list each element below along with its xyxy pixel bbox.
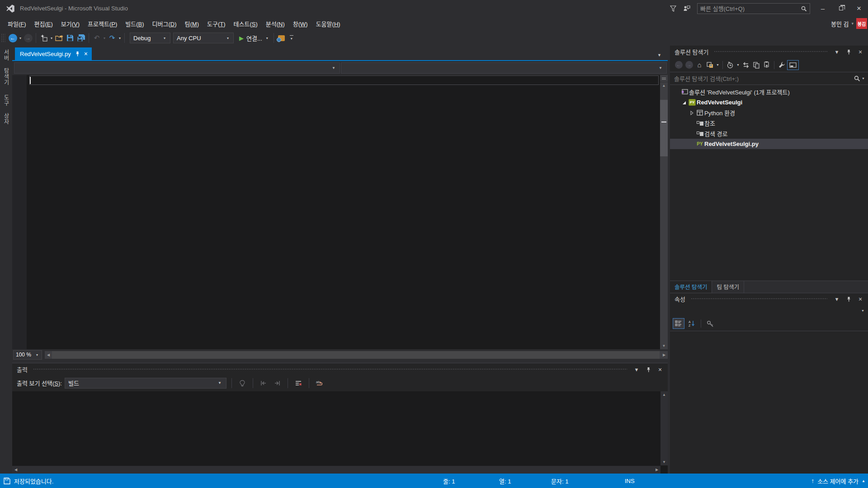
search-icon[interactable] (853, 75, 861, 82)
window-position-dropdown[interactable]: ▼ (632, 367, 641, 372)
tree-item-python-environments[interactable]: Python 환경 (670, 108, 868, 118)
menu-item-10[interactable]: 창(W) (289, 18, 312, 30)
output-vertical-scrollbar[interactable]: ▲ ▼ (660, 391, 668, 465)
pin-icon[interactable] (844, 49, 853, 55)
tool-window-tab-0[interactable]: 서버 탐색기 (2, 49, 10, 85)
tree-item-solution[interactable]: 솔루션 'RedVelvetSeulgi' (1개 프로젝트) (670, 87, 868, 97)
scrollbar-thumb[interactable] (52, 351, 660, 359)
alphabetical-sort-button[interactable]: AZ (686, 318, 697, 329)
sync-with-active-document-button[interactable] (741, 60, 751, 70)
editor-vertical-scrollbar[interactable]: ▲ ▼ (660, 75, 668, 349)
toolbar-overflow-button[interactable]: ▾ (287, 35, 296, 41)
solution-explorer-search[interactable]: 솔루션 탐색기 검색(Ctrl+;) ▼ (670, 72, 868, 85)
output-source-combo[interactable]: 빌드 ▼ (65, 378, 226, 389)
toggle-word-wrap-button[interactable]: ab (314, 378, 325, 389)
menu-item-8[interactable]: 테스트(S) (230, 18, 262, 30)
goto-message-source-button[interactable] (237, 378, 248, 389)
user-menu-caret-icon[interactable]: ▾ (851, 21, 854, 26)
categorized-button[interactable] (673, 318, 684, 329)
pending-changes-filter-button[interactable] (725, 60, 735, 70)
menu-item-3[interactable]: 프로젝트(P) (84, 18, 121, 30)
expander-expanded-icon[interactable] (680, 100, 688, 105)
menu-item-11[interactable]: 도움말(H) (312, 18, 344, 30)
properties-wrench-button[interactable] (777, 60, 787, 70)
restore-button[interactable] (832, 2, 850, 15)
send-feedback-icon[interactable] (680, 3, 693, 14)
output-content[interactable]: ▲ ▼ ◀ ▶ (12, 391, 668, 474)
property-pages-key-button[interactable] (705, 318, 716, 329)
attach-to-process-button[interactable] (276, 32, 287, 44)
feedback-funnel-icon[interactable] (666, 3, 680, 14)
properties-object-combo[interactable]: ▼ (670, 305, 868, 316)
explorer-tab-1[interactable]: 팀 탐색기 (712, 281, 744, 293)
scroll-right-arrow[interactable]: ▶ (660, 353, 668, 357)
redo-button[interactable]: ↷ (107, 32, 118, 44)
expander-collapsed-icon[interactable] (688, 111, 695, 115)
tree-item-search-paths[interactable]: 검색 경로 (670, 128, 868, 139)
window-position-dropdown[interactable]: ▼ (833, 296, 841, 302)
save-button[interactable] (65, 32, 75, 44)
member-navigation-combo[interactable]: ▼ (341, 62, 667, 74)
scroll-down-arrow[interactable]: ▼ (660, 459, 668, 465)
user-avatar[interactable]: 봉김 (856, 18, 867, 29)
close-button[interactable]: × (850, 2, 868, 15)
split-window-handle[interactable] (660, 75, 668, 82)
menu-item-1[interactable]: 편집(E) (30, 18, 57, 30)
next-message-button[interactable] (272, 378, 283, 389)
undo-dropdown[interactable]: ▾ (102, 36, 107, 40)
redo-dropdown[interactable]: ▾ (118, 36, 122, 40)
chevron-down-icon[interactable]: ▼ (736, 63, 741, 66)
properties-grid[interactable] (670, 331, 868, 474)
menu-item-2[interactable]: 보기(V) (57, 18, 84, 30)
scrollbar-track[interactable] (660, 89, 668, 343)
quick-launch-search[interactable]: 빠른 실행(Ctrl+Q) (697, 3, 810, 14)
chevron-down-icon[interactable]: ▼ (861, 77, 868, 80)
pin-icon[interactable] (75, 51, 80, 56)
previous-message-button[interactable] (258, 378, 269, 389)
navigate-backward-dropdown[interactable]: ▾ (18, 36, 23, 40)
scrollbar-track[interactable] (52, 351, 660, 359)
menu-item-4[interactable]: 빌드(B) (121, 18, 148, 30)
navigate-backward-button[interactable]: ← (7, 32, 18, 44)
code-editor[interactable] (12, 75, 660, 349)
pin-icon[interactable] (844, 296, 853, 302)
close-tab-icon[interactable]: × (84, 50, 88, 57)
project-navigation-combo[interactable]: ▼ (14, 62, 340, 74)
tree-item-python-file[interactable]: PYRedVelvetSeulgi.py (670, 139, 868, 149)
explorer-tab-0[interactable]: 솔루션 탐색기 (670, 281, 712, 293)
document-list-dropdown[interactable]: ▼ (657, 53, 661, 57)
close-icon[interactable]: × (856, 48, 864, 56)
menu-item-7[interactable]: 도구(T) (203, 18, 230, 30)
show-all-files-button[interactable] (751, 60, 761, 70)
minimize-button[interactable]: – (814, 2, 832, 15)
solution-platforms-combo[interactable]: Any CPU ▾ (173, 33, 234, 43)
scroll-left-arrow[interactable]: ◀ (12, 468, 19, 472)
toolbar-grip[interactable] (1, 33, 5, 42)
properties-header[interactable]: 속성 ▼ × (670, 293, 868, 305)
close-icon[interactable]: × (656, 366, 664, 373)
output-header[interactable]: 출력 ▼ × (12, 363, 668, 375)
tool-window-tab-1[interactable]: 도구 상자 (2, 94, 10, 125)
chevron-down-icon[interactable]: ▼ (715, 63, 720, 66)
close-icon[interactable]: × (856, 296, 864, 303)
editor-horizontal-scrollbar[interactable]: ◀ ▶ (45, 351, 668, 359)
source-control-expand-icon[interactable]: ▲ (862, 479, 865, 483)
new-project-button[interactable] (38, 32, 49, 44)
scroll-up-arrow[interactable]: ▲ (660, 82, 668, 89)
home-button[interactable]: ⌂ (694, 60, 704, 70)
pin-icon[interactable] (644, 367, 652, 372)
scroll-down-arrow[interactable]: ▼ (660, 343, 668, 349)
save-all-button[interactable] (75, 32, 86, 44)
preview-selected-items-button[interactable] (787, 60, 799, 70)
navigate-forward-button[interactable]: → (23, 32, 33, 44)
menu-item-6[interactable]: 팀(M) (180, 18, 203, 30)
add-to-source-control-button[interactable]: 소스 제어에 추가 (817, 477, 859, 485)
scroll-up-arrow[interactable]: ▲ (660, 391, 668, 398)
solution-explorer-header[interactable]: 솔루션 탐색기 ▼ × (670, 46, 868, 58)
document-tab-active[interactable]: RedVelvetSeulgi.py × (15, 47, 92, 60)
scroll-right-arrow[interactable]: ▶ (653, 468, 660, 472)
menu-item-5[interactable]: 디버그(D) (148, 18, 181, 30)
undo-button[interactable]: ↶ (91, 32, 102, 44)
solution-configurations-combo[interactable]: Debug ▾ (130, 33, 170, 43)
switch-views-button[interactable] (705, 60, 715, 70)
